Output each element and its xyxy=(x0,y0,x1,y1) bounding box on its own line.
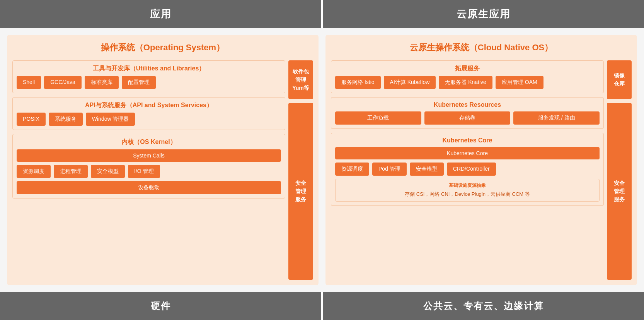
badge-registry: 镜像仓库 xyxy=(607,60,632,99)
left-footer-title: 硬件 xyxy=(151,300,171,312)
right-side-badges: 镜像仓库 安全管理服务 xyxy=(607,60,632,280)
left-panel-sections: 工具与开发库（Utilities and Libraries） Shell GC… xyxy=(12,60,285,280)
chip-workload: 工作负载 xyxy=(335,111,421,125)
chip-shell: Shell xyxy=(17,76,41,89)
chip-istio: 服务网格 Istio xyxy=(335,76,381,89)
chip-k8s-resource-sched: 资源调度 xyxy=(335,163,369,176)
api-section: API与系统服务（API and System Services） POSIX … xyxy=(12,97,285,130)
extension-chips-row: 服务网格 Istio AI计算 Kubeflow 无服务器 Knative 应用… xyxy=(335,76,600,89)
kernel-section: 内核（OS Kernel） System Calls 资源调度 进程管理 安全模… xyxy=(12,134,285,199)
utilities-chips-row: Shell GCC/Java 标准类库 配置管理 xyxy=(17,76,281,89)
extension-section: 拓展服务 服务网格 Istio AI计算 Kubeflow 无服务器 Knati… xyxy=(331,60,604,93)
chip-security-model: 安全模型 xyxy=(91,165,125,178)
content-area: 操作系统（Operating System） 工具与开发库（Utilities … xyxy=(0,28,644,292)
extension-title: 拓展服务 xyxy=(335,65,600,73)
left-panel-title: 操作系统（Operating System） xyxy=(12,40,313,55)
badge-security-right-text: 安全管理服务 xyxy=(614,179,625,204)
chip-k8s-core: Kubernetes Core xyxy=(335,147,600,159)
k8s-resources-section: Kubernetes Resources 工作负载 存储卷 服务发现 / 路由 xyxy=(331,97,604,129)
chip-io-mgmt: I/O 管理 xyxy=(128,165,160,178)
infra-section: 基础设施资源抽象 存储 CSI，网络 CNI，Device Plugin，云供应… xyxy=(335,179,600,202)
chip-stdlib: 标准类库 xyxy=(85,76,119,89)
chip-crd-controller: CRD/Controller xyxy=(447,163,496,176)
badge-yum: 软件包管理Yum等 xyxy=(288,60,313,99)
chip-resource-sched: 资源调度 xyxy=(17,165,51,178)
api-chips-row: POSIX 系统服务 Window 管理器 xyxy=(17,113,281,126)
badge-security-right: 安全管理服务 xyxy=(607,103,632,280)
chip-posix: POSIX xyxy=(17,113,46,126)
chip-process-mgmt: 进程管理 xyxy=(54,165,88,178)
badge-security-left: 安全管理服务 xyxy=(288,103,313,280)
k8s-core-title: Kubernetes Core xyxy=(335,137,600,144)
badge-security-left-text: 安全管理服务 xyxy=(295,179,306,204)
left-footer-section: 硬件 xyxy=(0,292,321,320)
chip-gcc: GCC/Java xyxy=(44,76,82,89)
k8s-core-chips-row: 资源调度 Pod 管理 安全模型 CRD/Controller xyxy=(335,163,600,176)
top-header: 应用 云原生应用 xyxy=(0,0,644,28)
left-side-badges: 软件包管理Yum等 安全管理服务 xyxy=(288,60,313,280)
syscalls-row: System Calls xyxy=(17,149,281,162)
right-panel-title: 云原生操作系统（Cloud Native OS） xyxy=(331,40,632,55)
api-title: API与系统服务（API and System Services） xyxy=(17,101,281,110)
kernel-chips-row: 资源调度 进程管理 安全模型 I/O 管理 xyxy=(17,165,281,178)
chip-syscalls: System Calls xyxy=(17,149,281,162)
chip-pod-mgmt: Pod 管理 xyxy=(372,163,407,176)
utilities-section: 工具与开发库（Utilities and Libraries） Shell GC… xyxy=(12,60,285,93)
k8s-core-chip-row: Kubernetes Core xyxy=(335,147,600,159)
left-panel: 操作系统（Operating System） 工具与开发库（Utilities … xyxy=(7,35,319,285)
main-container: 应用 云原生应用 操作系统（Operating System） 工具与开发库（U… xyxy=(0,0,644,320)
k8s-resources-title: Kubernetes Resources xyxy=(335,101,600,108)
right-header-title: 云原生应用 xyxy=(457,7,511,21)
chip-window-manager: Window 管理器 xyxy=(86,113,135,126)
right-footer-title: 公共云、专有云、边缘计算 xyxy=(423,300,544,312)
right-panel-inner: 拓展服务 服务网格 Istio AI计算 Kubeflow 无服务器 Knati… xyxy=(331,60,632,280)
chip-storage: 存储卷 xyxy=(424,111,511,125)
left-header-section: 应用 xyxy=(0,0,321,28)
k8s-core-section: Kubernetes Core Kubernetes Core 资源调度 Pod… xyxy=(331,133,604,206)
k8s-resources-chips-row: 工作负载 存储卷 服务发现 / 路由 xyxy=(335,111,600,125)
chip-k8s-security: 安全模型 xyxy=(410,163,444,176)
badge-registry-text: 镜像仓库 xyxy=(614,72,625,88)
chip-kubeflow: AI计算 Kubeflow xyxy=(384,76,436,89)
left-header-title: 应用 xyxy=(150,7,172,21)
right-header-section: 云原生应用 xyxy=(323,0,644,28)
chip-knative: 无服务器 Knative xyxy=(439,76,492,89)
chip-system-service: 系统服务 xyxy=(49,113,83,126)
infra-text: 存储 CSI，网络 CNI，Device Plugin，云供应商 CCM 等 xyxy=(339,190,595,198)
right-footer-section: 公共云、专有云、边缘计算 xyxy=(323,292,644,320)
kernel-title: 内核（OS Kernel） xyxy=(17,138,281,146)
badge-yum-text: 软件包管理Yum等 xyxy=(292,68,309,92)
chip-device-driver: 设备驱动 xyxy=(17,181,281,194)
infra-label: 基础设施资源抽象 xyxy=(339,182,595,189)
chip-service-discovery: 服务发现 / 路由 xyxy=(513,111,600,125)
right-panel-sections: 拓展服务 服务网格 Istio AI计算 Kubeflow 无服务器 Knati… xyxy=(331,60,604,280)
chip-oam: 应用管理 OAM xyxy=(496,76,543,89)
chip-config: 配置管理 xyxy=(122,76,156,89)
device-driver-row: 设备驱动 xyxy=(17,181,281,194)
left-panel-inner: 工具与开发库（Utilities and Libraries） Shell GC… xyxy=(12,60,313,280)
bottom-footer: 硬件 公共云、专有云、边缘计算 xyxy=(0,292,644,320)
right-panel: 云原生操作系统（Cloud Native OS） 拓展服务 服务网格 Istio… xyxy=(325,35,637,285)
utilities-title: 工具与开发库（Utilities and Libraries） xyxy=(17,65,281,73)
